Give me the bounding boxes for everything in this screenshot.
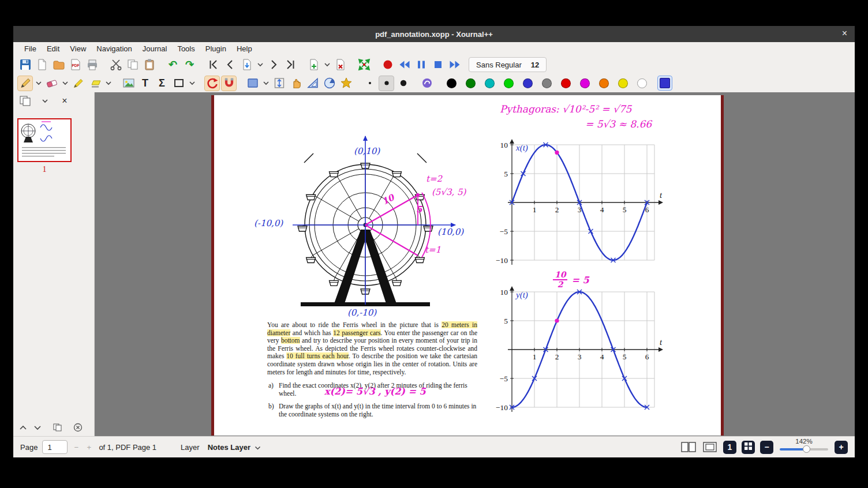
shape-recognizer-tool-icon: [206, 77, 219, 89]
duplicate-page-button[interactable]: [50, 421, 65, 434]
shape-options-dropdown[interactable]: [188, 76, 196, 91]
shape-recognizer-tool[interactable]: [204, 76, 220, 91]
paste-button[interactable]: [141, 57, 157, 73]
goto-page-button[interactable]: [239, 57, 255, 73]
pdf-page[interactable]: (0,10) (-10,0) (10,0) (0,-10) t=2 (5√3, …: [211, 95, 724, 436]
export-pdf-button[interactable]: PDF: [68, 57, 83, 73]
page-thumbnail[interactable]: [17, 118, 72, 162]
snap-to-grid-tool[interactable]: [221, 76, 237, 91]
shape-tool[interactable]: [171, 76, 186, 91]
document-canvas[interactable]: (0,10) (-10,0) (10,0) (0,-10) t=2 (5√3, …: [95, 92, 855, 437]
page-decrement-button[interactable]: −: [72, 443, 80, 452]
redo-button[interactable]: ↷: [182, 57, 197, 73]
setsquare-tool-icon: [306, 77, 319, 89]
single-column-layout-button[interactable]: 1: [723, 441, 736, 454]
menu-file[interactable]: File: [19, 43, 42, 54]
goto-page-dropdown[interactable]: [256, 57, 264, 73]
color-light-green-swatch[interactable]: [504, 78, 514, 88]
cut-button[interactable]: [108, 57, 124, 73]
preview-layout-icon[interactable]: [18, 95, 33, 107]
page-number-input[interactable]: [42, 440, 68, 454]
rewind-audio-icon: [398, 58, 411, 71]
setsquare-tool[interactable]: [305, 76, 320, 91]
page-increment-button[interactable]: +: [85, 443, 93, 452]
select-rectangle-tool[interactable]: [245, 76, 260, 91]
line-width-medium-button[interactable]: [379, 76, 394, 91]
layer-selector[interactable]: Notes Layer: [204, 442, 264, 452]
sidebar-dropdown-button[interactable]: [38, 95, 53, 107]
color-blue-swatch[interactable]: [523, 78, 533, 88]
add-page-dropdown[interactable]: [323, 57, 331, 73]
add-page-button[interactable]: [306, 57, 321, 73]
fill-tool[interactable]: [419, 76, 435, 91]
print-button[interactable]: [84, 57, 100, 73]
highlighter-alt-tool[interactable]: [87, 76, 103, 91]
zoom-slider-handle[interactable]: [803, 445, 810, 453]
undo-button[interactable]: ↶: [165, 57, 181, 73]
pen-tool[interactable]: [17, 76, 33, 91]
color-white-swatch[interactable]: [637, 78, 647, 88]
eraser-options-dropdown[interactable]: [61, 76, 69, 91]
color-orange-swatch[interactable]: [599, 78, 609, 88]
copy-button[interactable]: [125, 57, 140, 73]
save-button[interactable]: [17, 57, 33, 73]
insert-image-tool[interactable]: [121, 76, 136, 91]
menu-view[interactable]: View: [65, 43, 91, 54]
close-panel-button[interactable]: [70, 421, 85, 434]
delete-page-button[interactable]: [332, 57, 348, 73]
zoom-fit-button[interactable]: [356, 57, 372, 73]
menu-journal[interactable]: Journal: [137, 43, 173, 54]
zoom-in-button[interactable]: +: [835, 441, 848, 454]
color-gray-swatch[interactable]: [542, 78, 552, 88]
sidebar-scroll-down-button[interactable]: [30, 421, 44, 434]
color-magenta-swatch[interactable]: [580, 78, 590, 88]
grid-layout-button[interactable]: [742, 441, 755, 454]
hand-tool[interactable]: [288, 76, 304, 91]
titlebar[interactable]: pdf_annotation.xopp - Xournal++ ×: [13, 26, 855, 42]
color-green-swatch[interactable]: [466, 78, 476, 88]
eraser-tool[interactable]: [44, 76, 59, 91]
ink-label-t2: t=2: [426, 174, 442, 184]
dual-page-view-button[interactable]: [680, 440, 697, 454]
math-tex-tool[interactable]: Σ: [154, 76, 170, 91]
previous-page-button[interactable]: [222, 57, 238, 73]
current-color-indicator[interactable]: [657, 76, 672, 91]
first-page-button[interactable]: [205, 57, 221, 73]
sidebar-scroll-up-button[interactable]: [16, 421, 30, 434]
color-cyan-swatch[interactable]: [485, 78, 495, 88]
pen-options-dropdown[interactable]: [34, 76, 43, 91]
forward-audio-button[interactable]: [447, 57, 462, 73]
window-close-button[interactable]: ×: [842, 28, 847, 39]
color-yellow-swatch[interactable]: [618, 78, 628, 88]
color-black-swatch[interactable]: [447, 78, 457, 88]
sidebar-close-button[interactable]: ×: [57, 95, 72, 107]
line-width-thick-button[interactable]: [395, 76, 411, 91]
presentation-view-button[interactable]: [702, 440, 718, 454]
menu-help[interactable]: Help: [231, 43, 257, 54]
menu-plugin[interactable]: Plugin: [200, 43, 231, 54]
rewind-audio-button[interactable]: [396, 57, 412, 73]
line-width-fine-button[interactable]: [362, 76, 377, 91]
zoom-slider[interactable]: [780, 448, 828, 451]
zoom-out-button[interactable]: −: [760, 441, 773, 454]
next-page-button[interactable]: [265, 57, 281, 73]
highlighter-options-dropdown[interactable]: [104, 76, 113, 91]
record-audio-button[interactable]: [380, 57, 395, 73]
font-size-label: 12: [531, 61, 539, 69]
menu-navigation[interactable]: Navigation: [91, 43, 137, 54]
menu-edit[interactable]: Edit: [42, 43, 65, 54]
last-page-button[interactable]: [282, 57, 298, 73]
font-button[interactable]: Sans Regular 12: [469, 57, 547, 72]
menu-tools[interactable]: Tools: [172, 43, 200, 54]
color-red-swatch[interactable]: [561, 78, 571, 88]
new-document-button[interactable]: [34, 57, 50, 73]
select-options-dropdown[interactable]: [261, 76, 270, 91]
open-file-button[interactable]: [51, 57, 66, 73]
highlighter-tool[interactable]: [70, 76, 86, 91]
stop-audio-button[interactable]: [430, 57, 446, 73]
spline-tool[interactable]: [338, 76, 354, 91]
pause-audio-button[interactable]: [413, 57, 429, 73]
text-tool[interactable]: T: [137, 76, 153, 91]
compass-tool[interactable]: [321, 76, 337, 91]
vertical-space-tool[interactable]: [271, 76, 287, 91]
